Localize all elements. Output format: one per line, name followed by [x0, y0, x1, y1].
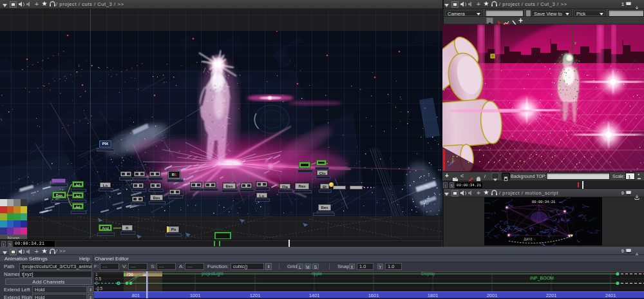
svg-text:y: y: [574, 41, 576, 44]
svg-text:00:00:34:21: 00:00:34:21: [532, 200, 556, 204]
svg-text:1201: 1201: [250, 293, 261, 298]
svg-text:2001: 2001: [487, 293, 498, 298]
svg-text:1001: 1001: [190, 293, 201, 298]
svg-text:2201: 2201: [546, 293, 557, 298]
svg-text:1801: 1801: [428, 293, 439, 298]
svg-text:DAY-5: DAY-5: [524, 238, 533, 241]
svg-text:801: 801: [132, 293, 140, 298]
svg-text:0.5: 0.5: [95, 276, 101, 281]
svg-text:INP_BOOM: INP_BOOM: [530, 276, 554, 281]
svg-text:1601: 1601: [368, 293, 379, 298]
svg-text:2401: 2401: [605, 293, 616, 298]
svg-text:1401: 1401: [309, 293, 320, 298]
